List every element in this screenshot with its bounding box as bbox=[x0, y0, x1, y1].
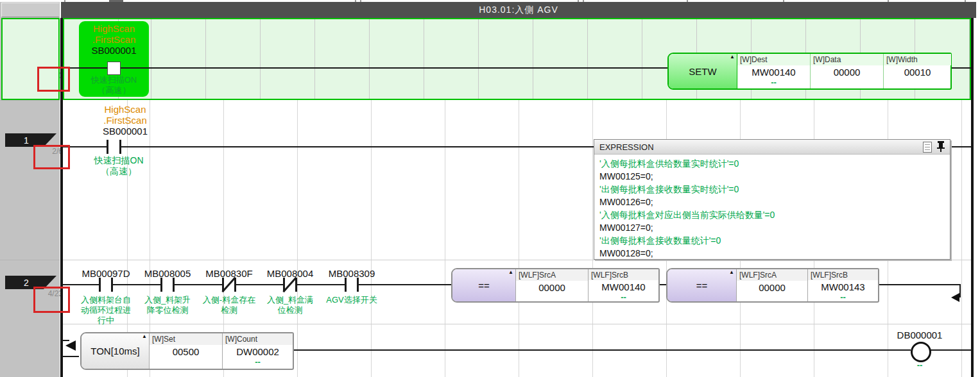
expression-header[interactable]: EXPRESSION bbox=[594, 140, 950, 155]
compare-block-1[interactable]: == ▲ [WLF]SrcA 00000 [WLF]SrcB MW00140 -… bbox=[451, 268, 660, 303]
expression-line: MW00125=0; bbox=[599, 170, 950, 183]
section-title: H03.01:入側 AGV bbox=[479, 4, 558, 16]
contact-comment: 快速扫描ON bbox=[77, 155, 160, 165]
contact-comment: （高速） bbox=[79, 85, 149, 96]
ladder-editor: H03.01:入側 AGV 0 0/0 1 2/6 2 4/23 HighSca… bbox=[0, 0, 980, 377]
setw-instruction-block[interactable]: SETW ▲ [W]Dest MW00140 -- [W]Data 00000 … bbox=[667, 53, 952, 90]
divider bbox=[0, 260, 60, 260]
contact-label: HighScan bbox=[79, 23, 149, 34]
param-type: [WLF]SrcA bbox=[516, 269, 588, 281]
contact-no[interactable] bbox=[160, 278, 162, 292]
rung-wrap-out-arrow bbox=[951, 293, 959, 302]
contact-comment: （高速） bbox=[77, 166, 160, 176]
param-value[interactable]: 00000 bbox=[811, 65, 883, 78]
contact-label: .FirstScan bbox=[79, 34, 149, 45]
contact-comment: 入侧_料架升 降零位检测 bbox=[135, 295, 200, 315]
rung-2-number: 2 bbox=[24, 278, 29, 288]
expression-body: '入侧每批料盒供给数量实时统计'=0 MW00125=0; '出侧每批料盒接收数… bbox=[594, 155, 950, 260]
instruction-name: SETW bbox=[689, 66, 716, 77]
param-type: [WLF]SrcB bbox=[589, 269, 658, 280]
param-value[interactable]: MW00140 bbox=[737, 65, 810, 78]
annotation-box bbox=[37, 67, 70, 92]
param-value[interactable]: 00000 bbox=[516, 281, 588, 293]
expression-title: EXPRESSION bbox=[599, 142, 654, 152]
collapse-triangle-icon[interactable]: ▲ bbox=[729, 269, 734, 275]
annotation-box bbox=[33, 287, 70, 313]
divider bbox=[63, 324, 971, 324]
param-current: -- bbox=[808, 292, 878, 302]
collapse-triangle-icon[interactable]: ▲ bbox=[508, 269, 513, 275]
param-current: -- bbox=[223, 357, 293, 367]
contact-no[interactable] bbox=[99, 278, 101, 292]
contact-comment: AGV选择开关 bbox=[318, 295, 386, 305]
expression-line: MW00127=0; bbox=[599, 221, 950, 234]
expression-line: '出侧每批料盒接收数量统计'=0 bbox=[599, 234, 950, 247]
divider bbox=[63, 260, 971, 260]
contact-comment: 快速扫描ON bbox=[79, 75, 149, 85]
coil-address: DB000001 bbox=[881, 330, 958, 340]
compare-block-2[interactable]: == ▲ [WLF]SrcA 00000 [WLF]SrcB MW00143 -… bbox=[666, 268, 879, 303]
coil-current: -- bbox=[881, 360, 958, 371]
annotation-box bbox=[33, 145, 70, 169]
param-value[interactable]: 00000 bbox=[737, 281, 807, 293]
param-value[interactable]: DW00002 bbox=[223, 345, 293, 357]
instruction-name: == bbox=[478, 280, 490, 291]
expression-block[interactable]: EXPRESSION '入侧每批料盒供给数量实时统计'=0 MW00125=0;… bbox=[594, 139, 950, 260]
param-value[interactable]: 00010 bbox=[884, 65, 951, 78]
pin-icon[interactable] bbox=[937, 141, 945, 152]
expression-line: '出侧每批料盒接收数量实时统计'=0 bbox=[599, 183, 950, 196]
section-title-bar: H03.01:入側 AGV bbox=[61, 2, 976, 18]
contact-symbol bbox=[107, 62, 121, 75]
contact-address: SB000001 bbox=[79, 45, 149, 56]
param-type: [W]Set bbox=[150, 333, 222, 345]
rung-wrap-in-arrow bbox=[65, 340, 76, 351]
instruction-name: TON[10ms] bbox=[90, 346, 139, 356]
expression-line: MW00128=0; bbox=[599, 247, 950, 260]
collapse-triangle-icon[interactable]: ▲ bbox=[142, 333, 147, 339]
param-type: [WLF]SrcA bbox=[737, 269, 807, 281]
param-type: [W]Dest bbox=[737, 54, 810, 65]
param-value[interactable]: MW00140 bbox=[589, 280, 658, 292]
right-power-rail bbox=[971, 18, 974, 377]
expression-line: MW00126=0; bbox=[599, 196, 950, 208]
contact-label: .FirstScan bbox=[83, 115, 167, 126]
param-value[interactable]: MW00143 bbox=[808, 280, 878, 292]
instruction-name: == bbox=[696, 280, 708, 291]
param-value[interactable]: 00500 bbox=[150, 345, 222, 357]
param-type: [WLF]SrcB bbox=[808, 269, 878, 280]
param-type: [W]Width bbox=[884, 54, 951, 65]
contact-comment: 入侧-料盒存在 检测 bbox=[196, 295, 262, 315]
param-current: -- bbox=[737, 78, 810, 87]
divider bbox=[0, 100, 60, 101]
param-type: [W]Count bbox=[223, 333, 293, 345]
contact-label: HighScan bbox=[83, 104, 167, 115]
param-type: [W]Data bbox=[811, 54, 883, 65]
output-coil[interactable] bbox=[911, 342, 931, 362]
rung-1-number: 1 bbox=[24, 135, 29, 146]
expression-line: '入侧每批料盒供给数量实时统计'=0 bbox=[599, 157, 950, 170]
collapse-triangle-icon[interactable]: ▲ bbox=[730, 54, 735, 60]
script-document-icon[interactable] bbox=[923, 142, 932, 153]
param-current: -- bbox=[589, 292, 658, 302]
contact-comment: 入侧料架台自 动循环过程进 行中 bbox=[74, 295, 138, 326]
expression-line: '入侧每批料盒对应出侧当前实际供给数量'=0 bbox=[599, 208, 950, 221]
contact-no[interactable] bbox=[345, 278, 347, 292]
contact-address: SB000001 bbox=[83, 126, 167, 137]
timer-block[interactable]: TON[10ms] ▲ [W]Set 00500 [W]Count DW0000… bbox=[80, 332, 294, 370]
contact-comment: 入侧_料盒满 位检测 bbox=[258, 295, 322, 315]
margin-header bbox=[1, 3, 59, 17]
contact-address: MB008309 bbox=[313, 268, 390, 279]
